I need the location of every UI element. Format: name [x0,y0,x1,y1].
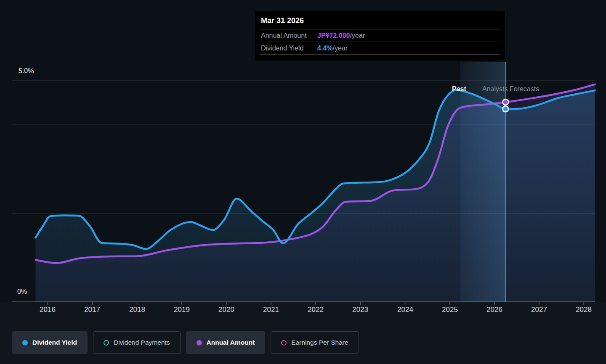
annual-amount-marker[interactable] [502,99,508,105]
chart-legend: Dividend Yield Dividend Payments Annual … [12,331,359,354]
chart-tooltip: Mar 31 2026 Annual Amount JP¥72.000/year… [255,11,505,61]
legend-button-annual-amount[interactable]: Annual Amount [186,331,266,354]
tooltip-row-annual-amount: Annual Amount JP¥72.000/year [260,29,500,42]
tooltip-suffix: /year [350,32,365,39]
forecast-zone-label: Analysts Forecasts [482,85,539,93]
x-axis-label: 2025 [432,306,468,314]
legend-label: Dividend Yield [32,339,77,346]
tooltip-label: Annual Amount [260,32,317,40]
past-zone-label: Past [452,85,466,93]
x-axis-label: 2023 [343,306,378,314]
dividend-chart-page: 5.0% 0% 20162017201820192020202120222023… [0,0,606,364]
x-axis-label: 2019 [164,306,199,314]
tooltip-date: Mar 31 2026 [260,11,500,29]
legend-label: Annual Amount [207,339,255,346]
tooltip-value: 4.4% [317,45,332,52]
tooltip-value: JP¥72.000 [317,32,350,39]
y-axis-label-top: 5.0% [19,67,34,75]
x-axis-label: 2027 [521,306,557,314]
legend-button-earnings-per-share[interactable]: Earnings Per Share [271,331,359,354]
tooltip-row-dividend-yield: Dividend Yield 4.4%/year [260,42,500,55]
legend-label: Earnings Per Share [291,339,348,346]
x-axis-label: 2017 [74,306,110,314]
dividend-yield-marker[interactable] [502,106,508,112]
tooltip-label: Dividend Yield [260,45,317,52]
tooltip-suffix: /year [332,45,348,52]
y-axis-label-zero: 0% [17,288,27,295]
earnings-per-share-ring-icon [281,340,287,346]
dividend-yield-dot-icon [22,340,28,346]
dividend-payments-ring-icon [104,340,109,346]
x-axis-label: 2021 [253,306,289,314]
legend-button-dividend-yield[interactable]: Dividend Yield [12,331,88,354]
x-axis-label: 2028 [566,306,601,314]
x-axis-label: 2016 [30,306,65,314]
legend-label: Dividend Payments [114,339,170,346]
x-axis-label: 2024 [388,306,423,314]
legend-button-dividend-payments[interactable]: Dividend Payments [93,331,181,354]
x-axis-label: 2018 [120,306,155,314]
x-axis-label: 2022 [298,306,333,314]
x-axis-label: 2026 [477,306,512,314]
x-axis-label: 2020 [209,306,244,314]
annual-amount-dot-icon [197,340,202,346]
